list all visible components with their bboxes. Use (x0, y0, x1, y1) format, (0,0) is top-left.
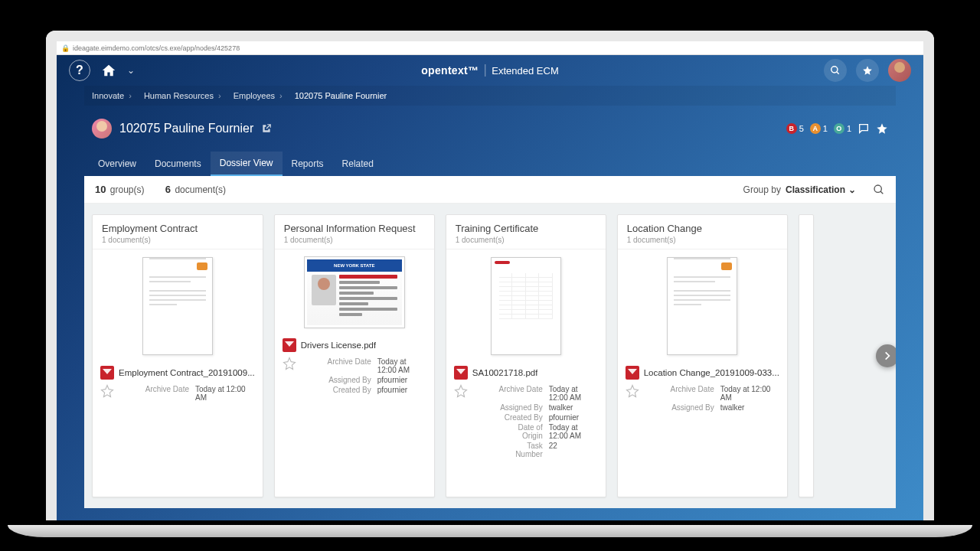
breadcrumb: Innovate› Human Resources› Employees› 10… (84, 86, 896, 106)
meta-label: Date of Origin (498, 423, 543, 440)
comments-icon[interactable] (858, 122, 870, 135)
document-name[interactable]: SA10021718.pdf (472, 368, 538, 377)
view-toolbar: 10 group(s) 6 document(s) Group by Class… (84, 176, 896, 204)
document-thumbnail[interactable] (93, 249, 263, 363)
brand: opentext™ Extended ECM (421, 64, 558, 77)
top-bar: ? ⌄ opentext™ Extended ECM (57, 55, 923, 86)
url-text: ideagate.eimdemo.com/otcs/cs.exe/app/nod… (73, 44, 240, 52)
favorite-star-icon[interactable] (876, 122, 888, 135)
dossier-groups: Employment Contract 1 document(s) Employ… (84, 204, 896, 508)
group-doc-count: 1 document(s) (627, 236, 778, 244)
meta-value: Today at 12:00 AM (720, 385, 772, 402)
tab-dossier-view[interactable]: Dossier View (211, 152, 283, 176)
group-card: Personal Information Request 1 document(… (274, 214, 435, 497)
group-card: Location Change 1 document(s) Location C… (617, 214, 788, 497)
group-card-peek (799, 214, 814, 497)
workspace-tabs: Overview Documents Dossier View Reports … (84, 152, 896, 176)
svg-line-3 (880, 191, 883, 194)
pdf-icon (454, 366, 468, 380)
groupby-dropdown[interactable]: Classification ⌄ (786, 184, 856, 195)
favorite-toggle[interactable] (283, 357, 296, 370)
crumb-current: 102075 Pauline Fournier (287, 91, 387, 100)
browser-address-bar: 🔒 ideagate.eimdemo.com/otcs/cs.exe/app/n… (57, 41, 923, 55)
group-title: Personal Information Request (284, 223, 425, 234)
document-name[interactable]: Location Change_20191009-033... (644, 368, 779, 377)
meta-value: Today at 12:00 AM (549, 385, 590, 402)
group-card: Training Certificate 1 document(s) SA100… (446, 214, 606, 497)
chevron-down-icon: ⌄ (848, 184, 856, 195)
tab-overview[interactable]: Overview (89, 152, 145, 176)
meta-label: Assigned By (670, 403, 714, 412)
meta-value: 22 (549, 442, 557, 458)
document-thumbnail[interactable]: NEW YORK STATE (275, 249, 434, 335)
group-doc-count: 1 document(s) (284, 236, 425, 244)
workspace-header: 102075 Pauline Fournier B5 A1 O1 (84, 106, 896, 152)
home-button[interactable] (101, 64, 116, 77)
svg-point-2 (874, 185, 881, 192)
group-doc-count: 1 document(s) (102, 236, 253, 244)
product-name: Extended ECM (492, 65, 558, 77)
workspace-avatar (92, 119, 112, 139)
meta-label: Created By (498, 413, 543, 422)
meta-label: Assigned By (327, 376, 371, 384)
open-external-icon[interactable] (261, 123, 272, 134)
search-icon[interactable] (873, 184, 885, 196)
crumb-hr[interactable]: Human Resources (136, 91, 214, 100)
document-thumbnail[interactable] (618, 249, 787, 363)
document-name[interactable]: Employment Contract_20191009... (119, 368, 255, 377)
pdf-icon (283, 338, 296, 352)
group-title: Location Change (627, 223, 778, 234)
scroll-next-button[interactable] (876, 344, 896, 367)
pdf-icon (626, 366, 639, 380)
group-doc-count: 1 document(s) (456, 236, 596, 244)
document-name[interactable]: Drivers License.pdf (301, 341, 376, 350)
meta-value: twalker (720, 403, 745, 412)
meta-value: Today at 12:00 AM (549, 423, 590, 440)
svg-line-1 (837, 72, 839, 74)
meta-label: Archive Date (498, 385, 543, 402)
badge-b[interactable]: B5 (786, 123, 804, 134)
meta-label: Archive Date (145, 385, 189, 402)
lock-icon: 🔒 (61, 44, 70, 52)
meta-value: pfournier (377, 376, 407, 384)
svg-point-0 (831, 67, 838, 73)
badge-a[interactable]: A1 (810, 123, 828, 134)
meta-value: twalker (549, 403, 573, 412)
help-button[interactable]: ? (69, 60, 90, 81)
favorite-toggle[interactable] (100, 384, 114, 398)
document-thumbnail[interactable] (446, 249, 606, 363)
user-avatar[interactable] (888, 59, 911, 82)
favorites-button[interactable] (856, 59, 879, 82)
tab-reports[interactable]: Reports (283, 152, 333, 176)
workspace-title: 102075 Pauline Fournier (119, 122, 253, 135)
groupby-label: Group by (743, 184, 781, 195)
meta-label: Archive Date (670, 385, 714, 402)
meta-label: Created By (327, 386, 371, 394)
pdf-icon (100, 366, 114, 380)
favorite-toggle[interactable] (626, 384, 639, 398)
badge-o[interactable]: O1 (834, 123, 851, 134)
brand-logo: opentext™ (421, 64, 479, 77)
favorite-toggle[interactable] (454, 384, 468, 398)
crumb-employees[interactable]: Employees (226, 91, 275, 100)
global-search-button[interactable] (824, 59, 847, 82)
group-title: Employment Contract (102, 223, 253, 234)
meta-value: pfournier (377, 386, 407, 394)
tab-related[interactable]: Related (333, 152, 383, 176)
meta-value: Today at 12:00 AM (377, 357, 419, 374)
meta-label: Task Number (498, 442, 543, 458)
tab-documents[interactable]: Documents (145, 152, 211, 176)
group-card: Employment Contract 1 document(s) Employ… (92, 214, 263, 497)
breadcrumb-dropdown-button[interactable]: ⌄ (127, 65, 135, 76)
meta-label: Archive Date (327, 357, 371, 374)
crumb-innovate[interactable]: Innovate (84, 91, 124, 100)
group-title: Training Certificate (456, 223, 596, 234)
meta-label: Assigned By (498, 403, 543, 412)
meta-value: Today at 12:00 AM (195, 385, 247, 402)
meta-value: pfournier (549, 413, 579, 422)
